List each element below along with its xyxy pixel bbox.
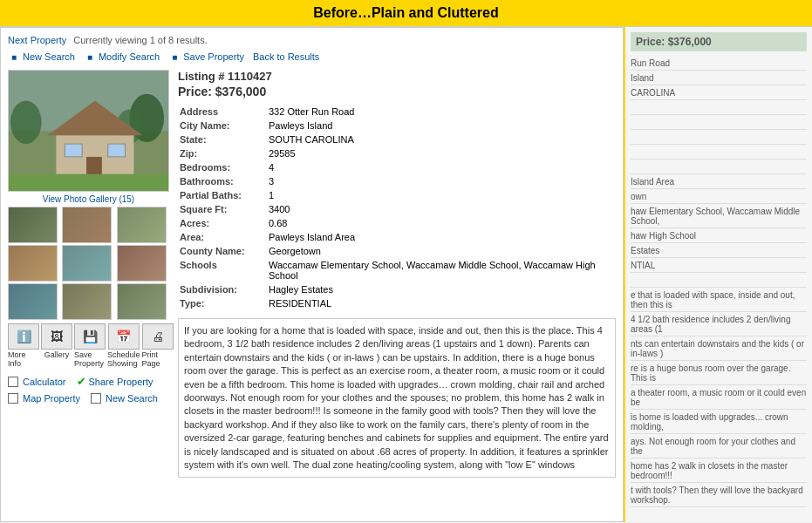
schedule-button[interactable]: 📅 Schedule Showing <box>107 323 140 368</box>
new-search-button[interactable]: ■ New Search <box>8 51 75 63</box>
right-panel-line-item: Run Road <box>631 58 807 71</box>
content-area: View Photo Gallery (15) <box>8 70 616 478</box>
area-label: Area: <box>180 231 267 243</box>
schools-value: Waccamaw Elementary School, Waccamaw Mid… <box>269 259 614 282</box>
thumbnail-7[interactable] <box>8 283 58 320</box>
city-label: City Name: <box>180 119 267 132</box>
right-panel-line-item: Estates <box>631 246 807 258</box>
new-search-bottom-link[interactable]: New Search <box>91 393 158 404</box>
thumbnail-6[interactable] <box>117 245 167 282</box>
svg-point-2 <box>10 100 42 143</box>
thumbnail-4[interactable] <box>8 245 58 282</box>
save-prop-button[interactable]: 💾 Save Property <box>74 323 106 368</box>
calculator-icon <box>8 377 18 387</box>
table-row: Subdivision: Hagley Estates <box>180 283 614 295</box>
table-row: County Name: Georgetown <box>180 245 614 257</box>
table-row: City Name: Pawleys Island <box>180 119 614 132</box>
type-label: Type: <box>180 297 267 309</box>
thumbnail-2[interactable] <box>62 207 112 243</box>
new-search-icon: ■ <box>8 51 20 63</box>
right-panel-line-item: re is a huge bonus room over the garage.… <box>631 363 807 385</box>
type-value: RESIDENTIAL <box>269 297 614 309</box>
area-value: Pawleys Island Area <box>269 231 614 243</box>
save-prop-icon: 💾 <box>74 323 106 350</box>
right-panel-line-item: 4 1/2 bath residence includes 2 den/livi… <box>631 315 807 336</box>
modify-search-button[interactable]: ■ Modify Search <box>84 51 160 63</box>
right-panel-line-item <box>631 147 807 160</box>
right-panel-line-item: haw High School <box>631 231 807 243</box>
sqft-label: Square Ft: <box>180 203 267 215</box>
thumbnail-3[interactable] <box>117 207 167 243</box>
new-search-bottom-icon <box>91 393 101 404</box>
right-panel-line-item: own <box>631 192 807 204</box>
gallery-link[interactable]: View Photo Gallery (15) <box>8 194 169 204</box>
map-icon <box>8 393 18 404</box>
right-panel-line-item <box>631 162 807 174</box>
svg-rect-8 <box>108 144 126 157</box>
subdivision-value: Hagley Estates <box>269 283 614 295</box>
thumbnail-8[interactable] <box>62 283 112 320</box>
table-row: Schools Waccamaw Elementary School, Wacc… <box>180 259 614 282</box>
listing-price: Price: $376,000 <box>178 85 616 98</box>
bottom-links: Calculator ✔ Share Property <box>8 375 169 388</box>
more-info-icon: ℹ️ <box>8 323 39 350</box>
right-panel-line-item <box>631 132 807 145</box>
share-icon: ✔ <box>77 375 86 388</box>
schools-label: Schools <box>180 259 267 282</box>
save-property-button[interactable]: ■ Save Property <box>168 51 244 63</box>
action-icons-row: ℹ️ More Info 🖼 Gallery 💾 Save Property 📅… <box>8 323 169 368</box>
print-button[interactable]: 🖨 Print Page <box>142 323 174 368</box>
right-panel-price: Price: $376,000 <box>631 32 807 51</box>
right-panel-line-item: is home is loaded with upgrades... crown… <box>631 412 807 434</box>
share-property-link[interactable]: ✔ Share Property <box>77 375 154 388</box>
photo-section: View Photo Gallery (15) <box>8 70 169 478</box>
county-label: County Name: <box>180 245 267 257</box>
listing-number: Listing # 1110427 <box>178 70 616 83</box>
right-panel-line-item <box>631 118 807 130</box>
table-row: Acres: 0.68 <box>180 217 614 229</box>
back-to-results-button[interactable]: Back to Results <box>253 51 319 62</box>
more-info-button[interactable]: ℹ️ More Info <box>8 323 39 368</box>
svg-rect-10 <box>9 173 168 191</box>
save-property-icon: ■ <box>168 51 181 63</box>
print-icon: 🖨 <box>142 323 174 350</box>
thumbnail-5[interactable] <box>62 245 112 282</box>
details-section: Listing # 1110427 Price: $376,000 Addres… <box>178 70 616 478</box>
toolbar: ■ New Search ■ Modify Search ■ Save Prop… <box>8 51 616 63</box>
right-panel-line-item <box>631 275 807 288</box>
prev-property-link[interactable]: Next Property <box>8 35 66 45</box>
table-row: Bathrooms: 3 <box>180 175 614 187</box>
right-panel: Price: $376,000 Run RoadIslandCAROLINA I… <box>624 27 812 522</box>
partial-baths-label: Partial Baths: <box>180 189 267 201</box>
calculator-link[interactable]: Calculator <box>8 375 66 388</box>
right-panel-line-item: CAROLINA <box>631 88 807 100</box>
right-panel-line-item: haw Elementary School, Waccamaw Middle S… <box>631 207 807 228</box>
table-row: Bedrooms: 4 <box>180 161 614 173</box>
address-value: 332 Otter Run Road <box>269 105 614 118</box>
thumbnail-9[interactable] <box>117 283 167 320</box>
table-row: Type: RESIDENTIAL <box>180 297 614 309</box>
right-panel-line-item: t with tools? Then they will love the ba… <box>631 486 807 507</box>
acres-value: 0.68 <box>269 217 614 229</box>
thumbnail-grid <box>8 207 169 320</box>
zip-label: Zip: <box>180 147 267 160</box>
subdivision-label: Subdivision: <box>180 283 267 295</box>
table-row: Partial Baths: 1 <box>180 189 614 201</box>
property-description: If you are looking for a home that is lo… <box>178 318 616 478</box>
gallery-button[interactable]: 🖼 Gallery <box>41 323 72 368</box>
bathrooms-label: Bathrooms: <box>180 175 267 187</box>
state-value: SOUTH CAROLINA <box>269 133 614 146</box>
sqft-value: 3400 <box>269 203 614 215</box>
right-panel-line-item: nts can entertain downstairs and the kid… <box>631 339 807 361</box>
svg-rect-7 <box>65 144 82 157</box>
city-value: Pawleys Island <box>269 119 614 132</box>
thumbnail-1[interactable] <box>8 207 58 243</box>
main-property-photo[interactable] <box>8 70 169 192</box>
table-row: State: SOUTH CAROLINA <box>180 133 614 146</box>
right-panel-line-item: home has 2 walk in closets in the master… <box>631 461 807 483</box>
nav-bar: Next Property Currently viewing 1 of 8 r… <box>8 35 616 45</box>
bedrooms-value: 4 <box>269 161 614 173</box>
map-property-link[interactable]: Map Property <box>8 393 80 404</box>
modify-search-icon: ■ <box>84 51 96 63</box>
bottom-links-2: Map Property New Search <box>8 393 169 404</box>
